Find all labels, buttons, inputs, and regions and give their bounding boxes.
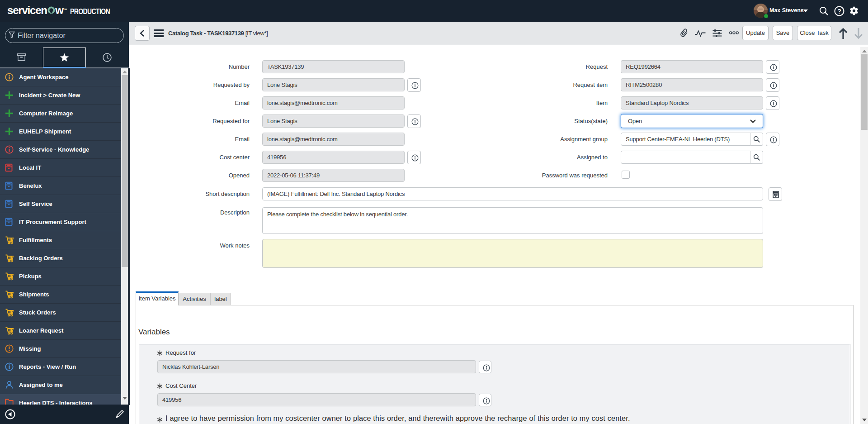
svg-text:?: ? [837, 8, 841, 15]
